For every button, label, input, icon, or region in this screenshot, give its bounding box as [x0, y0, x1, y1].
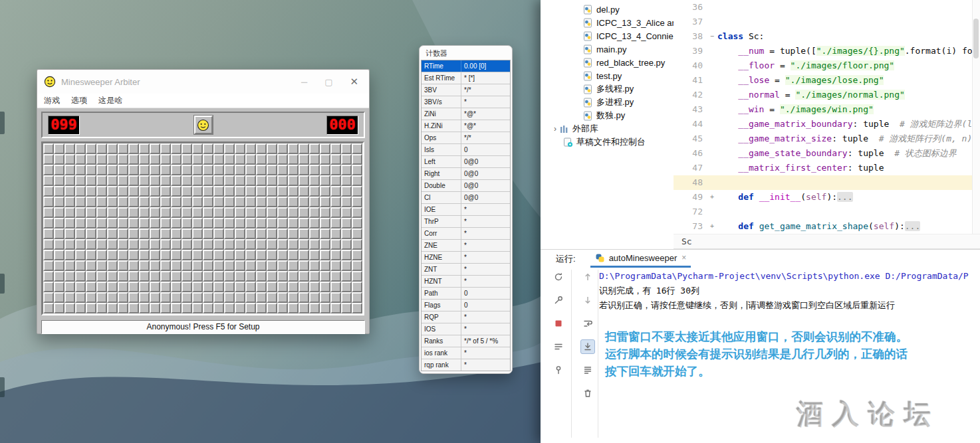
- board-cell[interactable]: [341, 260, 352, 271]
- board-cell[interactable]: [352, 165, 362, 175]
- board-cell[interactable]: [309, 260, 320, 271]
- board-cell[interactable]: [256, 154, 267, 165]
- desktop-icon-sliver[interactable]: [0, 274, 5, 294]
- board-cell[interactable]: [299, 218, 309, 228]
- tree-item--[interactable]: ›外部库: [541, 122, 674, 135]
- board-cell[interactable]: [224, 197, 235, 207]
- board-cell[interactable]: [182, 186, 192, 197]
- board-cell[interactable]: [352, 228, 362, 239]
- board-cell[interactable]: [235, 143, 245, 154]
- board-cell[interactable]: [128, 165, 139, 175]
- board-cell[interactable]: [330, 207, 341, 218]
- board-cell[interactable]: [171, 175, 182, 186]
- board-cell[interactable]: [256, 175, 267, 186]
- board-cell[interactable]: [75, 165, 86, 175]
- board-cell[interactable]: [330, 303, 341, 313]
- counter-row[interactable]: Ranks*/* of 5 / *%: [422, 335, 510, 347]
- tree-item-main-py[interactable]: main.py: [541, 43, 674, 56]
- board-cell[interactable]: [150, 154, 160, 165]
- board-cell[interactable]: [299, 260, 309, 271]
- board-cell[interactable]: [203, 282, 213, 292]
- board-cell[interactable]: [182, 207, 192, 218]
- board-cell[interactable]: [192, 239, 203, 250]
- board-cell[interactable]: [192, 303, 203, 313]
- board-cell[interactable]: [299, 207, 309, 218]
- board-cell[interactable]: [139, 186, 150, 197]
- board-cell[interactable]: [96, 143, 107, 154]
- board-cell[interactable]: [107, 207, 118, 218]
- board-cell[interactable]: [320, 143, 330, 154]
- board-cell[interactable]: [288, 207, 299, 218]
- board-cell[interactable]: [320, 271, 330, 282]
- board-cell[interactable]: [235, 165, 245, 175]
- board-cell[interactable]: [192, 207, 203, 218]
- board-cell[interactable]: [182, 154, 192, 165]
- board-cell[interactable]: [171, 228, 182, 239]
- board-cell[interactable]: [150, 207, 160, 218]
- board-cell[interactable]: [203, 143, 213, 154]
- board-cell[interactable]: [192, 250, 203, 260]
- board-cell[interactable]: [213, 260, 224, 271]
- board-cell[interactable]: [245, 154, 256, 165]
- board-cell[interactable]: [235, 282, 245, 292]
- board-cell[interactable]: [64, 218, 75, 228]
- board-cell[interactable]: [107, 271, 118, 282]
- console-output[interactable]: D:\ProgramData\Pycharm-Project\venv\Scri…: [599, 269, 977, 313]
- counter-row[interactable]: ZNT*: [422, 264, 510, 276]
- board-cell[interactable]: [330, 260, 341, 271]
- softwrap-icon[interactable]: [580, 316, 595, 331]
- board-cell[interactable]: [309, 165, 320, 175]
- board-cell[interactable]: [128, 228, 139, 239]
- board-cell[interactable]: [118, 239, 128, 250]
- board-cell[interactable]: [54, 303, 64, 313]
- scrollbar-thumb[interactable]: [973, 19, 979, 58]
- board-cell[interactable]: [341, 271, 352, 282]
- board-cell[interactable]: [288, 228, 299, 239]
- smiley-button[interactable]: [194, 116, 213, 134]
- board-cell[interactable]: [43, 250, 54, 260]
- code-editor[interactable]: 363738−class Sc:39 __num = tuple(["./ima…: [674, 0, 980, 234]
- board-cell[interactable]: [86, 143, 96, 154]
- board-cell[interactable]: [171, 165, 182, 175]
- maximize-button[interactable]: ▢: [324, 77, 332, 87]
- counter-row[interactable]: Right0@0: [422, 168, 510, 180]
- board-cell[interactable]: [54, 250, 64, 260]
- board-cell[interactable]: [245, 250, 256, 260]
- fold-marker[interactable]: +: [707, 219, 717, 234]
- board-cell[interactable]: [192, 186, 203, 197]
- board-cell[interactable]: [150, 303, 160, 313]
- board-cell[interactable]: [309, 143, 320, 154]
- board-cell[interactable]: [235, 186, 245, 197]
- board-cell[interactable]: [54, 197, 64, 207]
- counter-row[interactable]: RTime0.00 [0]: [422, 60, 510, 72]
- board-cell[interactable]: [224, 239, 235, 250]
- fold-marker[interactable]: +: [707, 190, 717, 205]
- board-cell[interactable]: [320, 228, 330, 239]
- board-cell[interactable]: [245, 186, 256, 197]
- desktop-icon-sliver[interactable]: [0, 112, 5, 134]
- board-cell[interactable]: [118, 292, 128, 303]
- board-cell[interactable]: [150, 282, 160, 292]
- board-cell[interactable]: [341, 250, 352, 260]
- board-cell[interactable]: [150, 260, 160, 271]
- board-cell[interactable]: [320, 197, 330, 207]
- board-cell[interactable]: [107, 250, 118, 260]
- board-cell[interactable]: [277, 282, 288, 292]
- board-cell[interactable]: [245, 271, 256, 282]
- board-cell[interactable]: [341, 197, 352, 207]
- menu-item[interactable]: 游戏: [44, 95, 60, 106]
- counter-row[interactable]: ThrP*: [422, 216, 510, 228]
- board-cell[interactable]: [320, 186, 330, 197]
- board-cell[interactable]: [118, 228, 128, 239]
- board-cell[interactable]: [86, 197, 96, 207]
- board-cell[interactable]: [299, 228, 309, 239]
- board-cell[interactable]: [86, 165, 96, 175]
- board-cell[interactable]: [224, 154, 235, 165]
- board-cell[interactable]: [277, 186, 288, 197]
- board-cell[interactable]: [235, 207, 245, 218]
- board-cell[interactable]: [54, 186, 64, 197]
- board-cell[interactable]: [309, 218, 320, 228]
- board-cell[interactable]: [288, 218, 299, 228]
- board-cell[interactable]: [352, 239, 362, 250]
- board-cell[interactable]: [235, 271, 245, 282]
